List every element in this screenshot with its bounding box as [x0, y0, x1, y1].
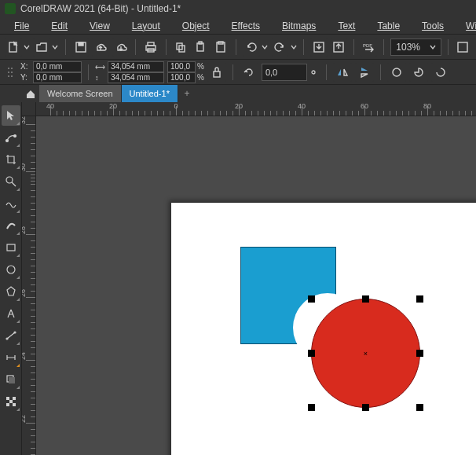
- x-position-input[interactable]: [33, 61, 82, 72]
- separator: [448, 39, 449, 55]
- mirror-v-button[interactable]: [355, 63, 374, 82]
- freehand-tool[interactable]: [2, 193, 20, 214]
- cloud-upload-button[interactable]: [92, 38, 109, 57]
- connector-tool[interactable]: [2, 347, 20, 368]
- canvas-area[interactable]: 402002040608010 323028262422 ×: [22, 102, 476, 455]
- menu-tools[interactable]: Tools: [417, 19, 449, 33]
- scale-x-input[interactable]: [167, 61, 196, 72]
- drop-shadow-tool[interactable]: [2, 369, 20, 390]
- selection-handle-s[interactable]: [362, 404, 369, 411]
- tab-welcome[interactable]: Welcome Screen: [39, 85, 122, 102]
- menu-effects[interactable]: Effects: [227, 19, 265, 33]
- rotate-icon: [240, 63, 258, 82]
- paste-button[interactable]: [192, 38, 210, 57]
- copy-button[interactable]: [173, 38, 190, 57]
- add-tab-button[interactable]: +: [178, 85, 196, 102]
- percent-label: %: [197, 62, 204, 71]
- menu-file[interactable]: File: [9, 19, 34, 33]
- artistic-media-tool[interactable]: [2, 215, 20, 236]
- menu-view[interactable]: View: [85, 19, 115, 33]
- pick-tool[interactable]: [2, 105, 20, 126]
- vertical-ruler[interactable]: 323028262422: [22, 116, 36, 455]
- page[interactable]: ×: [171, 203, 476, 455]
- svg-rect-35: [9, 400, 13, 403]
- menu-object[interactable]: Object: [178, 19, 214, 33]
- pie-mode-button[interactable]: [409, 63, 428, 82]
- shape-tool[interactable]: [2, 127, 20, 148]
- lock-ratio-button[interactable]: [207, 63, 226, 82]
- menu-window[interactable]: Window: [461, 19, 476, 33]
- ruler-h-label: 20: [235, 102, 243, 110]
- ruler-corner[interactable]: [22, 102, 36, 116]
- selection-center-icon[interactable]: ×: [363, 350, 368, 356]
- y-position-input[interactable]: [33, 72, 82, 83]
- selection-handle-n[interactable]: [362, 295, 369, 303]
- parallel-dim-tool[interactable]: [2, 325, 20, 346]
- height-input[interactable]: [108, 72, 164, 83]
- mirror-h-button[interactable]: [333, 63, 352, 82]
- text-tool[interactable]: [2, 303, 20, 324]
- redo-button[interactable]: [272, 38, 289, 57]
- scale-y-input[interactable]: [167, 72, 196, 83]
- ellipse-tool[interactable]: [2, 259, 20, 280]
- menu-edit[interactable]: Edit: [46, 19, 72, 33]
- grip-icon[interactable]: [5, 61, 17, 83]
- selection-handle-ne[interactable]: [416, 295, 423, 303]
- horizontal-ruler[interactable]: 402002040608010: [36, 102, 476, 116]
- selection-handle-nw[interactable]: [308, 295, 315, 303]
- svg-rect-36: [13, 397, 16, 400]
- menu-text[interactable]: Text: [333, 19, 360, 33]
- svg-rect-28: [7, 244, 15, 251]
- rectangle-tool[interactable]: [2, 237, 20, 258]
- redo-dropdown-icon[interactable]: [290, 44, 297, 50]
- zoom-tool[interactable]: [2, 171, 20, 192]
- svg-rect-38: [13, 403, 16, 406]
- menu-layout[interactable]: Layout: [127, 19, 165, 33]
- open-file-button[interactable]: [33, 38, 50, 57]
- undo-button[interactable]: [243, 38, 260, 57]
- ruler-h-label: 60: [361, 102, 368, 110]
- undo-dropdown-icon[interactable]: [262, 44, 269, 50]
- selection-handle-e[interactable]: [416, 350, 423, 357]
- y-label: Y:: [20, 73, 31, 82]
- import-button[interactable]: [310, 38, 328, 57]
- separator: [303, 39, 304, 55]
- height-icon: ↕: [95, 74, 106, 82]
- publish-pdf-button[interactable]: PDF: [361, 38, 378, 57]
- svg-rect-37: [6, 403, 9, 406]
- rotation-dropdown-icon[interactable]: [310, 69, 320, 75]
- new-file-button[interactable]: [5, 38, 22, 57]
- svg-point-21: [11, 75, 13, 77]
- new-dropdown-icon[interactable]: [24, 44, 31, 50]
- ellipse-mode-button[interactable]: [387, 63, 406, 82]
- tab-document[interactable]: Untitled-1*: [122, 85, 178, 102]
- crop-tool[interactable]: [2, 149, 20, 170]
- save-button[interactable]: [72, 38, 90, 57]
- selection-handle-sw[interactable]: [308, 404, 315, 411]
- separator: [383, 39, 384, 55]
- open-dropdown-icon[interactable]: [52, 44, 59, 50]
- property-bar: X: Y: ⟷ ↕ % % 0,0: [0, 60, 476, 85]
- percent-label: %: [197, 73, 204, 82]
- clipboard-button[interactable]: [213, 38, 230, 57]
- print-button[interactable]: [142, 38, 159, 57]
- svg-rect-34: [6, 397, 9, 400]
- menu-bitmaps[interactable]: Bitmaps: [277, 19, 320, 33]
- selection-handle-se[interactable]: [416, 404, 423, 411]
- svg-rect-15: [458, 42, 467, 52]
- menu-table[interactable]: Table: [372, 19, 405, 33]
- transparency-tool[interactable]: [2, 391, 20, 412]
- export-button[interactable]: [331, 38, 348, 57]
- home-icon[interactable]: [22, 85, 39, 104]
- svg-point-27: [6, 177, 13, 183]
- ruler-v-label: 32: [22, 116, 27, 124]
- rotation-input[interactable]: 0,0: [262, 64, 307, 81]
- standard-toolbar: PDF 103%: [0, 35, 476, 60]
- zoom-dropdown[interactable]: 103%: [390, 39, 441, 56]
- width-input[interactable]: [108, 61, 164, 72]
- arc-mode-button[interactable]: [431, 63, 450, 82]
- cloud-download-button[interactable]: [112, 38, 130, 57]
- polygon-tool[interactable]: [2, 281, 20, 302]
- fullscreen-button[interactable]: [454, 38, 471, 57]
- selection-handle-w[interactable]: [308, 350, 315, 357]
